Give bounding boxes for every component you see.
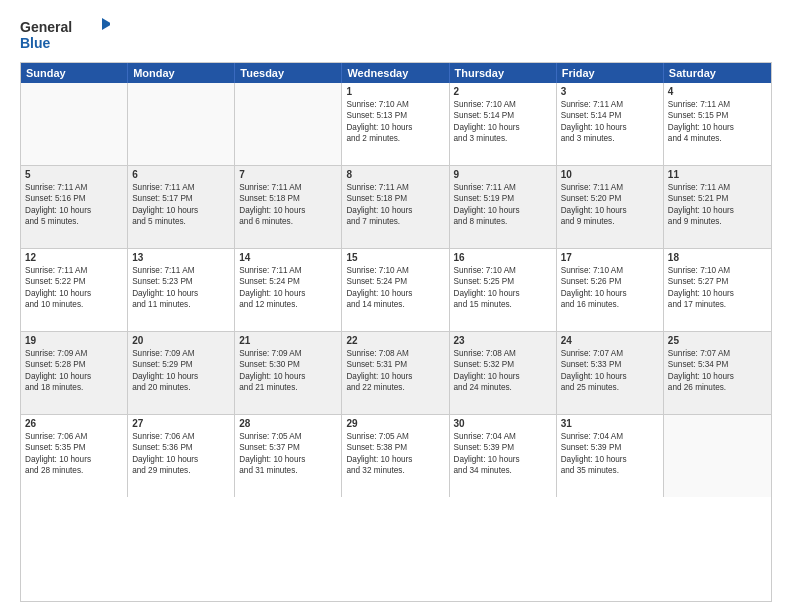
day-number: 2 [454,86,552,97]
cal-cell: 20Sunrise: 7:09 AMSunset: 5:29 PMDayligh… [128,332,235,414]
cell-line: Sunset: 5:31 PM [346,359,444,370]
day-number: 16 [454,252,552,263]
cell-line: Daylight: 10 hours [668,371,767,382]
cell-line: Daylight: 10 hours [668,288,767,299]
cell-line: Sunrise: 7:11 AM [561,182,659,193]
cell-line: and 18 minutes. [25,382,123,393]
svg-marker-2 [102,18,110,30]
cal-cell: 24Sunrise: 7:07 AMSunset: 5:33 PMDayligh… [557,332,664,414]
day-number: 22 [346,335,444,346]
cal-cell: 4Sunrise: 7:11 AMSunset: 5:15 PMDaylight… [664,83,771,165]
cell-line: and 5 minutes. [132,216,230,227]
cell-line: Daylight: 10 hours [454,454,552,465]
cell-line: Daylight: 10 hours [561,454,659,465]
cell-line: Sunrise: 7:11 AM [132,265,230,276]
cal-cell: 22Sunrise: 7:08 AMSunset: 5:31 PMDayligh… [342,332,449,414]
cell-line: Sunrise: 7:08 AM [454,348,552,359]
cal-cell [235,83,342,165]
cell-line: and 16 minutes. [561,299,659,310]
day-number: 3 [561,86,659,97]
cal-cell: 28Sunrise: 7:05 AMSunset: 5:37 PMDayligh… [235,415,342,497]
cal-cell: 15Sunrise: 7:10 AMSunset: 5:24 PMDayligh… [342,249,449,331]
cell-line: Sunset: 5:28 PM [25,359,123,370]
cell-line: and 12 minutes. [239,299,337,310]
cell-line: Daylight: 10 hours [132,371,230,382]
cal-cell: 16Sunrise: 7:10 AMSunset: 5:25 PMDayligh… [450,249,557,331]
cell-line: Sunset: 5:18 PM [239,193,337,204]
day-number: 30 [454,418,552,429]
cell-line: and 9 minutes. [561,216,659,227]
day-number: 31 [561,418,659,429]
cell-line: Sunset: 5:18 PM [346,193,444,204]
cal-cell: 14Sunrise: 7:11 AMSunset: 5:24 PMDayligh… [235,249,342,331]
cell-line: Sunrise: 7:09 AM [25,348,123,359]
cell-line: and 34 minutes. [454,465,552,476]
day-number: 27 [132,418,230,429]
cal-header-saturday: Saturday [664,63,771,83]
cell-line: Daylight: 10 hours [561,371,659,382]
cell-line: Sunset: 5:20 PM [561,193,659,204]
cell-line: Sunrise: 7:11 AM [132,182,230,193]
day-number: 11 [668,169,767,180]
cell-line: and 3 minutes. [561,133,659,144]
cell-line: Daylight: 10 hours [346,454,444,465]
cell-line: Daylight: 10 hours [132,288,230,299]
cell-line: Sunrise: 7:11 AM [454,182,552,193]
cell-line: Daylight: 10 hours [25,288,123,299]
cal-week-1: 1Sunrise: 7:10 AMSunset: 5:13 PMDaylight… [21,83,771,166]
cell-line: and 22 minutes. [346,382,444,393]
cell-line: Sunset: 5:25 PM [454,276,552,287]
cell-line: Daylight: 10 hours [25,205,123,216]
cell-line: Daylight: 10 hours [132,454,230,465]
cell-line: Sunset: 5:39 PM [561,442,659,453]
day-number: 13 [132,252,230,263]
cell-line: and 14 minutes. [346,299,444,310]
cal-cell [128,83,235,165]
page: General Blue SundayMondayTuesdayWednesda… [0,0,792,612]
cell-line: Sunset: 5:26 PM [561,276,659,287]
cell-line: Sunset: 5:33 PM [561,359,659,370]
cal-week-3: 12Sunrise: 7:11 AMSunset: 5:22 PMDayligh… [21,249,771,332]
svg-text:Blue: Blue [20,35,51,51]
cal-cell: 13Sunrise: 7:11 AMSunset: 5:23 PMDayligh… [128,249,235,331]
cell-line: Sunset: 5:17 PM [132,193,230,204]
cal-cell: 11Sunrise: 7:11 AMSunset: 5:21 PMDayligh… [664,166,771,248]
cal-cell: 7Sunrise: 7:11 AMSunset: 5:18 PMDaylight… [235,166,342,248]
cell-line: Daylight: 10 hours [668,122,767,133]
day-number: 4 [668,86,767,97]
cell-line: and 7 minutes. [346,216,444,227]
cell-line: Sunrise: 7:10 AM [346,99,444,110]
cell-line: Sunrise: 7:09 AM [132,348,230,359]
cell-line: Sunset: 5:32 PM [454,359,552,370]
cell-line: Sunrise: 7:04 AM [454,431,552,442]
day-number: 26 [25,418,123,429]
cell-line: Daylight: 10 hours [561,122,659,133]
cell-line: Sunrise: 7:11 AM [239,182,337,193]
day-number: 23 [454,335,552,346]
day-number: 8 [346,169,444,180]
cell-line: and 8 minutes. [454,216,552,227]
cell-line: and 4 minutes. [668,133,767,144]
cell-line: Sunrise: 7:10 AM [346,265,444,276]
cell-line: Daylight: 10 hours [454,122,552,133]
day-number: 24 [561,335,659,346]
day-number: 19 [25,335,123,346]
cell-line: Sunrise: 7:11 AM [239,265,337,276]
logo-svg: General Blue [20,16,110,54]
calendar: SundayMondayTuesdayWednesdayThursdayFrid… [20,62,772,602]
cal-cell: 2Sunrise: 7:10 AMSunset: 5:14 PMDaylight… [450,83,557,165]
day-number: 6 [132,169,230,180]
cell-line: and 17 minutes. [668,299,767,310]
cal-cell: 25Sunrise: 7:07 AMSunset: 5:34 PMDayligh… [664,332,771,414]
cal-header-thursday: Thursday [450,63,557,83]
cell-line: Sunrise: 7:08 AM [346,348,444,359]
cell-line: Sunrise: 7:10 AM [454,265,552,276]
cell-line: and 2 minutes. [346,133,444,144]
cell-line: and 3 minutes. [454,133,552,144]
cell-line: Sunrise: 7:11 AM [561,99,659,110]
cell-line: Sunset: 5:13 PM [346,110,444,121]
cell-line: and 9 minutes. [668,216,767,227]
cal-cell: 3Sunrise: 7:11 AMSunset: 5:14 PMDaylight… [557,83,664,165]
cell-line: and 35 minutes. [561,465,659,476]
cell-line: Sunset: 5:36 PM [132,442,230,453]
